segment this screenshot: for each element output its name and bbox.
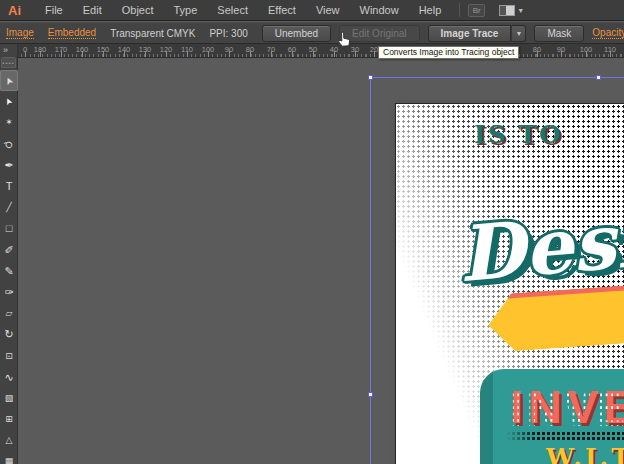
selection-bbox-left[interactable]	[370, 77, 371, 464]
workspace-switcher-button[interactable]: ▼	[499, 5, 524, 16]
ruler-tick	[25, 51, 26, 57]
ruler-tick	[355, 51, 356, 57]
ruler-tick	[334, 51, 335, 57]
image-trace-dropdown[interactable]: ▼	[511, 25, 526, 42]
menubar-separator	[459, 3, 460, 17]
menu-window[interactable]: Window	[350, 4, 409, 16]
selection-icon: ➤	[3, 75, 16, 87]
menu-help[interactable]: Help	[409, 4, 452, 16]
lasso-tool[interactable]: Q	[0, 134, 18, 155]
ruler-tick	[40, 51, 41, 57]
pencil-icon: ✎	[4, 266, 13, 277]
menu-type[interactable]: Type	[164, 4, 208, 16]
direct-selection-tool[interactable]: ➤	[0, 91, 18, 112]
poster-with-text: W.I.T	[546, 443, 624, 464]
paintbrush-icon: ✐	[4, 245, 13, 256]
workspace-icon	[499, 5, 515, 16]
mask-button[interactable]: Mask	[534, 25, 584, 42]
ruler-tick	[586, 51, 587, 57]
ruler-tick	[537, 51, 538, 57]
eraser-tool[interactable]: ▱	[0, 303, 18, 324]
menu-view[interactable]: View	[306, 4, 350, 16]
artboard[interactable]: Desig IS TO INVE INVE W.I.T	[395, 103, 624, 464]
type-tool[interactable]: T	[0, 176, 18, 197]
hand-cursor	[336, 31, 352, 53]
color-mode-label: Transparent CMYK	[110, 28, 195, 39]
ruler-tick	[187, 51, 188, 57]
chevron-down-icon: ▼	[517, 7, 524, 14]
image-trace-button[interactable]: Image Trace	[428, 25, 512, 42]
width-tool[interactable]: ∿	[0, 367, 18, 388]
selection-bbox-top[interactable]	[370, 77, 624, 78]
tools-expand-button[interactable]: »	[3, 45, 8, 55]
menu-file[interactable]: File	[35, 4, 73, 16]
app-logo[interactable]: Ai	[8, 3, 21, 18]
bridge-button[interactable]: Br	[468, 4, 485, 17]
magic-wand-icon: ✶	[5, 118, 13, 127]
ruler-tick	[610, 51, 611, 57]
poster-dotted-divider	[506, 431, 624, 440]
embedded-link[interactable]: Embedded	[48, 27, 96, 39]
selection-handle-middleleft[interactable]	[368, 392, 373, 397]
rotate-icon: ↻	[4, 329, 13, 340]
menu-edit[interactable]: Edit	[73, 4, 112, 16]
paintbrush-tool[interactable]: ✐	[0, 240, 18, 261]
ruler-tick	[229, 51, 230, 57]
shape-builder-tool[interactable]: ⊞	[0, 409, 18, 430]
ruler-tick	[166, 51, 167, 57]
poster-ribbon-text: IS TO	[474, 120, 563, 149]
ruler-tick	[145, 51, 146, 57]
free-transform-tool[interactable]: ▧	[0, 388, 18, 409]
type-icon: T	[6, 181, 13, 192]
unembed-button[interactable]: Unembed	[262, 25, 331, 42]
ruler-tick	[82, 51, 83, 57]
selection-handle-topcenter[interactable]	[596, 75, 601, 80]
ppi-label: PPI: 300	[209, 28, 247, 39]
line-segment-icon: ╱	[6, 203, 11, 212]
opacity-link[interactable]: Opacity:	[592, 27, 624, 39]
blob-brush-tool[interactable]: ✑	[0, 282, 18, 303]
pencil-tool[interactable]: ✎	[0, 261, 18, 282]
lasso-icon: Q	[3, 139, 14, 150]
rectangle-tool[interactable]: □	[0, 218, 18, 239]
menu-select[interactable]: Select	[207, 4, 258, 16]
image-link[interactable]: Image	[6, 27, 34, 39]
selection-handle-topleft[interactable]	[368, 75, 373, 80]
ruler-tick	[313, 51, 314, 57]
tools-list: ➤➤✶Q✒T╱□✐✎✑▱↻⊡∿▧⊞△▦✒	[0, 70, 18, 464]
scale-icon: ⊡	[5, 352, 13, 361]
rectangle-icon: □	[6, 223, 13, 234]
menu-effect[interactable]: Effect	[258, 4, 306, 16]
perspective-grid-icon: △	[6, 436, 13, 445]
poster-teal-panel: INVE INVE W.I.T	[480, 369, 624, 464]
ruler-tick	[103, 51, 104, 57]
ruler-tick	[208, 51, 209, 57]
selection-tool[interactable]: ➤	[0, 70, 18, 91]
ruler-tick	[124, 51, 125, 57]
line-segment-tool[interactable]: ╱	[0, 197, 18, 218]
ruler-tick	[561, 51, 562, 57]
mesh-tool[interactable]: ▦	[0, 451, 18, 464]
perspective-grid-tool[interactable]: △	[0, 430, 18, 451]
tooltip: Converts Image into Tracing object	[378, 46, 519, 59]
rotate-tool[interactable]: ↻	[0, 324, 18, 345]
pen-tool[interactable]: ✒	[0, 155, 18, 176]
ruler-tick	[250, 51, 251, 57]
ruler-tick	[292, 51, 293, 57]
pen-icon: ✒	[4, 160, 13, 171]
tools-panel-grip[interactable]: ••••	[1, 57, 16, 68]
tools-panel: » •••• ➤➤✶Q✒T╱□✐✎✑▱↻⊡∿▧⊞△▦✒	[0, 44, 18, 464]
scale-tool[interactable]: ⊡	[0, 345, 18, 366]
free-transform-icon: ▧	[5, 394, 14, 403]
menu-bar: Ai FileEditObjectTypeSelectEffectViewWin…	[0, 0, 624, 21]
menu-object[interactable]: Object	[112, 4, 164, 16]
ruler-tick	[374, 51, 375, 57]
direct-selection-icon: ➤	[3, 96, 14, 107]
control-bar: Image Embedded Transparent CMYK PPI: 300…	[0, 22, 624, 44]
horizontal-ruler[interactable]: 0180170160150140130120110100908070605040…	[0, 44, 624, 58]
width-icon: ∿	[4, 372, 13, 383]
mesh-icon: ▦	[5, 457, 14, 464]
poster-invent-text: INVE INVE	[510, 379, 624, 434]
magic-wand-tool[interactable]: ✶	[0, 112, 18, 133]
image-trace-split-button: Image Trace ▼	[428, 25, 527, 42]
